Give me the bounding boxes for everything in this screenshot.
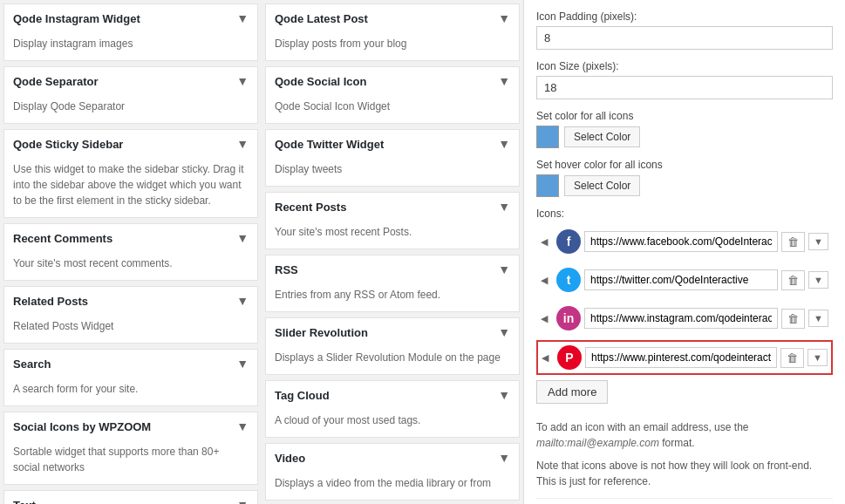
widget-item-qode-sticky: Qode Sticky Sidebar ▼ Use this widget to… xyxy=(3,129,258,218)
icon-url-input-pinterest[interactable] xyxy=(585,347,777,368)
widget-item-recent-comments: Recent Comments ▼ Your site's most recen… xyxy=(3,223,258,281)
icon-url-input-twitter[interactable] xyxy=(584,269,778,290)
widget-header-recent-posts[interactable]: Recent Posts ▼ xyxy=(266,193,519,221)
widget-title-qode-separator: Qode Separator xyxy=(13,75,99,88)
widget-title-recent-posts: Recent Posts xyxy=(275,201,346,214)
widget-item-qode-latest: Qode Latest Post ▼ Display posts from yo… xyxy=(265,3,520,61)
widget-desc-search: A search form for your site. xyxy=(4,378,257,405)
widget-header-tag-cloud[interactable]: Tag Cloud ▼ xyxy=(266,381,519,409)
widget-header-search[interactable]: Search ▼ xyxy=(4,350,257,378)
icon-toggle-pinterest[interactable]: ◀ xyxy=(542,352,554,364)
icon-url-input-instagram[interactable] xyxy=(584,308,778,329)
chevron-down-icon: ▼ xyxy=(498,74,510,88)
chevron-down-icon: ▼ xyxy=(236,74,249,88)
select-hover-color-button[interactable]: Select Color xyxy=(564,175,640,196)
widget-desc-qode-latest: Display posts from your blog xyxy=(266,32,519,60)
widget-title-recent-comments: Recent Comments xyxy=(13,232,112,245)
widget-header-qode-twitter[interactable]: Qode Twitter Widget ▼ xyxy=(266,130,519,158)
icon-toggle-facebook[interactable]: ◀ xyxy=(541,236,553,248)
widget-item-social-icons: Social Icons by WPZOOM ▼ Sortable widget… xyxy=(3,412,258,485)
chevron-down-icon: ▼ xyxy=(236,231,249,245)
set-hover-color-group: Set hover color for all icons Select Col… xyxy=(536,159,833,197)
icon-size-input[interactable] xyxy=(536,76,833,99)
widget-title-slider-revolution: Slider Revolution xyxy=(275,326,368,339)
widget-header-recent-comments[interactable]: Recent Comments ▼ xyxy=(4,224,257,252)
widget-desc-recent-comments: Your site's most recent comments. xyxy=(4,252,257,280)
chevron-down-icon: ▼ xyxy=(498,11,510,25)
widget-desc-qode-social: Qode Social Icon Widget xyxy=(266,95,519,123)
icon-delete-instagram[interactable]: 🗑 xyxy=(781,309,805,329)
widget-item-search: Search ▼ A search form for your site. xyxy=(3,349,258,406)
widget-item-video: Video ▼ Displays a video from the media … xyxy=(265,443,520,501)
hover-color-swatch[interactable] xyxy=(536,174,559,197)
icon-toggle-twitter[interactable]: ◀ xyxy=(541,275,553,286)
widget-item-slider-revolution: Slider Revolution ▼ Displays a Slider Re… xyxy=(265,317,520,375)
icon-padding-input[interactable] xyxy=(536,26,833,50)
icon-delete-facebook[interactable]: 🗑 xyxy=(781,232,805,252)
icon-padding-group: Icon Padding (pixels): xyxy=(536,10,833,50)
widget-item-qode-social: Qode Social Icon ▼ Qode Social Icon Widg… xyxy=(265,66,520,124)
chevron-down-icon: ▼ xyxy=(236,137,249,151)
set-color-label: Set color for all icons xyxy=(536,110,833,122)
widget-desc-related-posts: Related Posts Widget xyxy=(4,315,257,343)
widget-header-slider-revolution[interactable]: Slider Revolution ▼ xyxy=(266,318,519,346)
widget-header-qode-sticky[interactable]: Qode Sticky Sidebar ▼ xyxy=(4,130,257,158)
icon-row-facebook: ◀ f 🗑 ▼ xyxy=(536,225,833,258)
widget-item-qode-instagram: Qode Instagram Widget ▼ Display instagra… xyxy=(3,3,258,61)
widget-title-social-icons: Social Icons by WPZOOM xyxy=(13,420,151,433)
widget-item-rss: RSS ▼ Entries from any RSS or Atom feed. xyxy=(265,255,520,312)
widget-header-qode-separator[interactable]: Qode Separator ▼ xyxy=(4,67,257,95)
widget-item-tag-cloud: Tag Cloud ▼ A cloud of your most used ta… xyxy=(265,380,520,438)
icon-expand-instagram[interactable]: ▼ xyxy=(808,310,828,327)
widget-header-social-icons[interactable]: Social Icons by WPZOOM ▼ xyxy=(4,412,257,440)
widget-desc-slider-revolution: Displays a Slider Revolution Module on t… xyxy=(266,346,519,374)
facebook-icon: f xyxy=(556,229,581,254)
email-format: mailto:mail@example.com xyxy=(536,437,659,449)
widget-header-text[interactable]: Text ▼ xyxy=(4,491,257,504)
widget-header-qode-instagram[interactable]: Qode Instagram Widget ▼ xyxy=(4,4,257,32)
chevron-down-icon: ▼ xyxy=(498,388,510,402)
widget-item-related-posts: Related Posts ▼ Related Posts Widget xyxy=(3,286,258,344)
icon-padding-label: Icon Padding (pixels): xyxy=(536,10,833,23)
widget-desc-rss: Entries from any RSS or Atom feed. xyxy=(266,283,519,311)
widget-title-rss: RSS xyxy=(275,263,298,276)
chevron-down-icon: ▼ xyxy=(236,294,249,308)
chevron-down-icon: ▼ xyxy=(236,498,249,504)
icon-expand-pinterest[interactable]: ▼ xyxy=(808,349,828,366)
hover-color-row: Select Color xyxy=(536,174,833,197)
icon-delete-twitter[interactable]: 🗑 xyxy=(781,270,805,290)
widget-desc-qode-sticky: Use this widget to make the sidebar stic… xyxy=(4,158,257,217)
instagram-icon: in xyxy=(556,306,581,330)
color-row: Select Color xyxy=(536,126,833,148)
icons-section-label: Icons: xyxy=(536,208,833,220)
widget-desc-tag-cloud: A cloud of your most used tags. xyxy=(266,409,519,437)
add-more-button[interactable]: Add more xyxy=(536,380,608,404)
widget-title-text: Text xyxy=(13,499,36,505)
icon-toggle-instagram[interactable]: ◀ xyxy=(541,313,553,324)
widget-desc-qode-separator: Display Qode Separator xyxy=(4,95,257,123)
icon-expand-twitter[interactable]: ▼ xyxy=(808,271,828,289)
widget-desc-recent-posts: Your site's most recent Posts. xyxy=(266,221,519,249)
widget-item-qode-twitter: Qode Twitter Widget ▼ Display tweets xyxy=(265,129,520,187)
widget-header-rss[interactable]: RSS ▼ xyxy=(266,255,519,283)
widget-title-qode-latest: Qode Latest Post xyxy=(275,12,368,25)
widget-item-qode-separator: Qode Separator ▼ Display Qode Separator xyxy=(3,66,258,124)
pinterest-icon: P xyxy=(557,345,582,370)
icon-rows-container: ◀ f 🗑 ▼ ◀ t 🗑 ▼ ◀ in 🗑 ▼ ◀ P 🗑 ▼ xyxy=(536,225,833,375)
widget-title-related-posts: Related Posts xyxy=(13,295,88,308)
widget-title-qode-sticky: Qode Sticky Sidebar xyxy=(13,138,123,151)
widget-header-qode-latest[interactable]: Qode Latest Post ▼ xyxy=(266,4,519,32)
icon-row-pinterest: ◀ P 🗑 ▼ xyxy=(536,340,833,375)
widget-desc-qode-instagram: Display instagram images xyxy=(4,32,257,60)
widget-header-video[interactable]: Video ▼ xyxy=(266,444,519,472)
select-color-button[interactable]: Select Color xyxy=(564,126,640,147)
icon-delete-pinterest[interactable]: 🗑 xyxy=(780,348,804,368)
widget-col-1: Qode Instagram Widget ▼ Display instagra… xyxy=(0,0,262,504)
color-swatch[interactable] xyxy=(536,126,559,148)
icon-expand-facebook[interactable]: ▼ xyxy=(808,233,828,250)
set-hover-color-label: Set hover color for all icons xyxy=(536,159,833,171)
widget-header-qode-social[interactable]: Qode Social Icon ▼ xyxy=(266,67,519,95)
widget-header-related-posts[interactable]: Related Posts ▼ xyxy=(4,287,257,315)
widget-desc-qode-twitter: Display tweets xyxy=(266,158,519,186)
icon-url-input-facebook[interactable] xyxy=(584,231,778,252)
